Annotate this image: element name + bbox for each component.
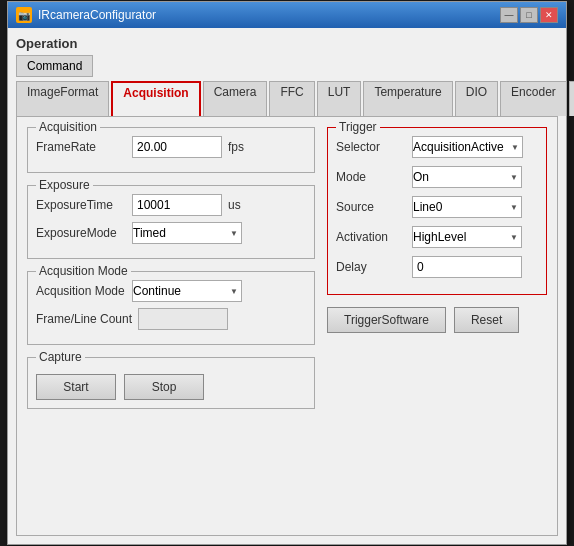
tabs-row: ImageFormat Acquisition Camera FFC LUT T… [16,81,558,116]
framerate-label: FrameRate [36,140,126,154]
activation-wrapper: HighLevel LowLevel RisingEdge FallingEdg… [412,226,522,248]
activation-select[interactable]: HighLevel LowLevel RisingEdge FallingEdg… [412,226,522,248]
delay-row: Delay [336,256,538,278]
activation-row: Activation HighLevel LowLevel RisingEdge… [336,226,538,248]
trigger-mode-label: Mode [336,170,406,184]
trigger-button-row: TriggerSoftware Reset [327,307,547,333]
acquisition-group-label: Acquisition [36,120,100,134]
delay-label: Delay [336,260,406,274]
exposure-time-input[interactable] [132,194,222,216]
framerate-unit: fps [228,140,244,154]
stop-button[interactable]: Stop [124,374,204,400]
exposure-group: Exposure ExposureTime us ExposureMode Ti… [27,185,315,259]
tab-encoder[interactable]: Encoder [500,81,567,116]
selector-label: Selector [336,140,406,154]
source-wrapper: Line0 Line1 Software [412,196,522,218]
framerate-row: FrameRate fps [36,136,306,158]
start-button[interactable]: Start [36,374,116,400]
main-window: 📷 IRcameraConfigurator — □ ✕ Operation C… [7,1,567,545]
source-select[interactable]: Line0 Line1 Software [412,196,522,218]
close-button[interactable]: ✕ [540,7,558,23]
titlebar-left: 📷 IRcameraConfigurator [16,7,156,23]
selector-select[interactable]: AcquisitionActive FrameStart LineStart [412,136,523,158]
tab-bandcontrol[interactable]: Band Control [569,81,574,116]
capture-group: Capture Start Stop [27,357,315,409]
tab-content: Acquisition FrameRate fps Exposure Expos… [16,116,558,536]
exposure-mode-row: ExposureMode Timed TriggerWidth [36,222,306,244]
activation-label: Activation [336,230,406,244]
acqmode-label: Acqusition Mode [36,284,126,298]
exposure-mode-wrapper: Timed TriggerWidth [132,222,242,244]
left-panel: Acquisition FrameRate fps Exposure Expos… [27,127,315,421]
trigger-mode-row: Mode On Off [336,166,538,188]
exposure-time-label: ExposureTime [36,198,126,212]
tab-temperature[interactable]: Temperature [363,81,452,116]
acquisition-group: Acquisition FrameRate fps [27,127,315,173]
main-layout: Acquisition FrameRate fps Exposure Expos… [27,127,547,421]
exposure-time-row: ExposureTime us [36,194,306,216]
trigger-mode-select[interactable]: On Off [412,166,522,188]
framecount-input[interactable] [138,308,228,330]
acqmode-select[interactable]: Continue SingleFrame MultiFrame [132,280,242,302]
reset-button[interactable]: Reset [454,307,519,333]
tab-ffc[interactable]: FFC [269,81,314,116]
acqmode-wrapper: Continue SingleFrame MultiFrame [132,280,242,302]
maximize-button[interactable]: □ [520,7,538,23]
titlebar: 📷 IRcameraConfigurator — □ ✕ [8,2,566,28]
framecount-row: Frame/Line Count [36,308,306,330]
capture-button-row: Start Stop [36,374,306,400]
minimize-button[interactable]: — [500,7,518,23]
capture-group-label: Capture [36,350,85,364]
acqmode-group-label: Acqusition Mode [36,264,131,278]
selector-row: Selector AcquisitionActive FrameStart Li… [336,136,538,158]
window-title: IRcameraConfigurator [38,8,156,22]
exposure-mode-label: ExposureMode [36,226,126,240]
content-area: Operation Command ImageFormat Acquisitio… [8,28,566,544]
right-panel: Trigger Selector AcquisitionActive Frame… [327,127,547,421]
delay-input[interactable] [412,256,522,278]
exposure-mode-select[interactable]: Timed TriggerWidth [132,222,242,244]
tab-camera[interactable]: Camera [203,81,268,116]
operation-label: Operation [16,36,558,51]
framerate-input[interactable] [132,136,222,158]
trigger-group-label: Trigger [336,120,380,134]
acqmode-row: Acqusition Mode Continue SingleFrame Mul… [36,280,306,302]
trigger-group: Trigger Selector AcquisitionActive Frame… [327,127,547,295]
source-row: Source Line0 Line1 Software [336,196,538,218]
tab-command[interactable]: Command [16,55,93,77]
source-label: Source [336,200,406,214]
framecount-label: Frame/Line Count [36,312,132,326]
exposure-group-label: Exposure [36,178,93,192]
tab-dio[interactable]: DIO [455,81,498,116]
exposure-time-unit: us [228,198,241,212]
trigger-software-button[interactable]: TriggerSoftware [327,307,446,333]
tab-imageformat[interactable]: ImageFormat [16,81,109,116]
app-icon: 📷 [16,7,32,23]
acqmode-group: Acqusition Mode Acqusition Mode Continue… [27,271,315,345]
trigger-mode-wrapper: On Off [412,166,522,188]
tab-acquisition[interactable]: Acquisition [111,81,200,116]
titlebar-controls: — □ ✕ [500,7,558,23]
command-tab-row: Command [16,55,558,79]
tab-lut[interactable]: LUT [317,81,362,116]
selector-wrapper: AcquisitionActive FrameStart LineStart [412,136,523,158]
